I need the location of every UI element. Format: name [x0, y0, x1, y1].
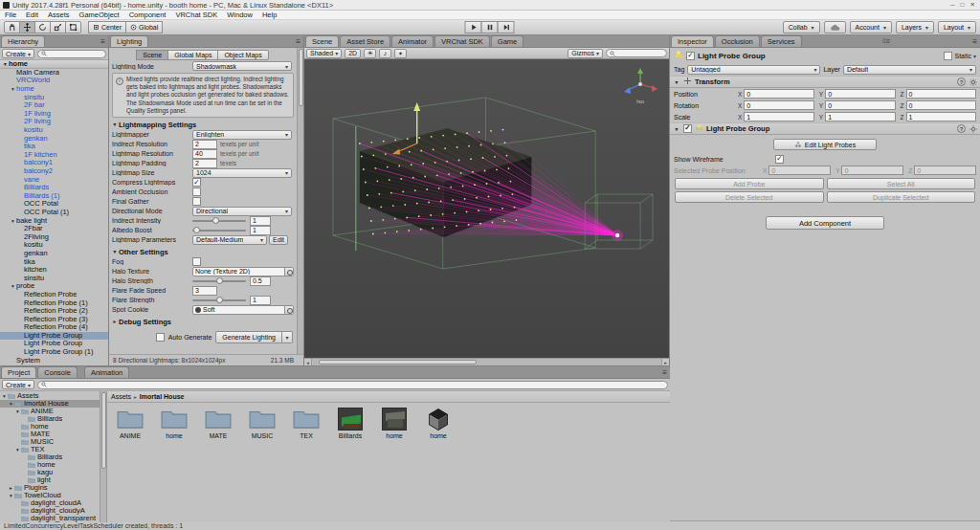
- scrollbar-thumb[interactable]: [319, 360, 476, 364]
- tab-animation[interactable]: Animation: [84, 366, 129, 378]
- component-enabled-checkbox[interactable]: [683, 124, 692, 133]
- breadcrumb-root[interactable]: Assets: [111, 393, 131, 400]
- hierarchy-item[interactable]: OCC Potal: [0, 200, 108, 209]
- hierarchy-item[interactable]: kositu: [0, 126, 108, 135]
- panel-menu-icon[interactable]: [972, 37, 979, 46]
- rect-tool-icon[interactable]: [65, 21, 81, 33]
- y-field[interactable]: 0: [825, 89, 895, 99]
- project-tree-item[interactable]: ▾ TEX: [0, 446, 106, 453]
- project-tree-item[interactable]: ▸ Plugins: [0, 484, 106, 492]
- hierarchy-item[interactable]: sinsitu: [0, 274, 108, 282]
- scene-audio-toggle-icon[interactable]: [379, 49, 391, 58]
- z-field[interactable]: 0: [906, 100, 976, 110]
- hierarchy-item[interactable]: Reflection Probe (1): [0, 298, 108, 307]
- lighting-scrollbar[interactable]: [297, 48, 303, 354]
- y-field[interactable]: 1: [825, 112, 895, 121]
- hierarchy-item[interactable]: tika: [0, 143, 108, 151]
- lightmap-size-dropdown[interactable]: 1024: [192, 168, 292, 178]
- scene-area-tab[interactable]: VRChat SDK: [434, 35, 490, 47]
- foldout-arrow-icon[interactable]: ▾: [10, 217, 16, 225]
- scene-area-tab[interactable]: Asset Store: [340, 35, 390, 47]
- hierarchy-item[interactable]: balcony1: [0, 159, 108, 167]
- project-tree-scrollbar[interactable]: [100, 391, 106, 522]
- halo-strength-value-field[interactable]: 0.5: [250, 276, 271, 286]
- object-picker-icon[interactable]: [284, 306, 293, 314]
- scene-viewport[interactable]: Iso: [304, 59, 669, 358]
- hierarchy-item[interactable]: kitchen: [0, 266, 108, 275]
- rotate-tool-icon[interactable]: [34, 21, 51, 33]
- asset-item-music[interactable]: MUSIC: [241, 407, 283, 439]
- hierarchy-item[interactable]: ▾ bake light: [0, 216, 108, 225]
- 2d-toggle[interactable]: 2D: [345, 49, 361, 58]
- create-dropdown[interactable]: Create: [2, 380, 34, 389]
- section-foldout[interactable]: Lightmapping Settings: [109, 120, 297, 130]
- create-dropdown[interactable]: Create: [2, 49, 34, 58]
- project-tree-item[interactable]: daylight_transparent: [0, 515, 106, 522]
- scene-area-tab[interactable]: Scene: [305, 35, 339, 47]
- hierarchy-item[interactable]: vane: [0, 175, 108, 184]
- pivot-rotation-button[interactable]: Global: [125, 21, 163, 33]
- hierarchy-item[interactable]: 2Fliving: [0, 232, 108, 241]
- collab-button[interactable]: Collab: [783, 21, 820, 33]
- foldout-arrow-icon[interactable]: ▾: [10, 85, 16, 93]
- scrollbar-thumb[interactable]: [101, 392, 106, 469]
- enabled-checkbox[interactable]: [686, 52, 695, 60]
- panel-menu-icon[interactable]: [662, 368, 669, 377]
- inspector-area-tab[interactable]: Occlusion: [715, 35, 760, 47]
- close-icon[interactable]: [970, 2, 975, 9]
- foldout-arrow-icon[interactable]: ▸: [8, 484, 14, 492]
- hierarchy-item[interactable]: ▾ probe: [0, 282, 108, 291]
- scene-scrollbar[interactable]: [304, 358, 669, 365]
- pivot-mode-button[interactable]: Center: [88, 21, 126, 33]
- hierarchy-search-input[interactable]: [37, 50, 106, 58]
- hierarchy-item[interactable]: 2F bar: [0, 101, 108, 110]
- project-tree-item[interactable]: home: [0, 423, 106, 431]
- halo-strength-slider[interactable]: [192, 280, 246, 282]
- menu-item[interactable]: VRChat SDK: [170, 11, 222, 19]
- hierarchy-item[interactable]: OCC Potal (1): [0, 209, 108, 217]
- cloud-icon[interactable]: [824, 21, 846, 33]
- menu-item[interactable]: File: [0, 11, 21, 19]
- scale-tool-icon[interactable]: [50, 21, 66, 33]
- indirect-intensity-value-field[interactable]: 1: [250, 216, 271, 226]
- hierarchy-item[interactable]: System: [0, 356, 108, 364]
- spot-cookie-object-field[interactable]: Soft: [192, 305, 294, 315]
- slider-thumb[interactable]: [216, 297, 223, 303]
- directional-mode-dropdown[interactable]: Directional: [192, 207, 292, 216]
- minimize-icon[interactable]: [950, 2, 955, 9]
- asset-item-mate[interactable]: MATE: [197, 407, 239, 439]
- asset-item-tex[interactable]: TEX: [285, 407, 327, 439]
- panel-menu-icon[interactable]: [100, 37, 107, 46]
- project-tree-item[interactable]: ▾ TowelCloud: [0, 492, 106, 499]
- hand-tool-icon[interactable]: [4, 21, 20, 33]
- hierarchy-item[interactable]: 1F living: [0, 110, 108, 119]
- lighting-subtab[interactable]: Object Maps: [217, 50, 268, 60]
- hierarchy-item[interactable]: genkan: [0, 134, 108, 143]
- hierarchy-item[interactable]: tika: [0, 257, 108, 266]
- hierarchy-item[interactable]: Reflection Probe: [0, 291, 108, 299]
- gear-icon[interactable]: [969, 77, 977, 86]
- hierarchy-item[interactable]: sinsitu: [0, 93, 108, 101]
- edit-button[interactable]: Edit: [269, 235, 288, 245]
- indirect-intensity-slider[interactable]: [192, 220, 246, 222]
- layer-dropdown[interactable]: Default: [843, 65, 976, 75]
- project-area-tab[interactable]: Project: [1, 366, 36, 378]
- hierarchy-item[interactable]: Reflection Probe (4): [0, 323, 108, 332]
- foldout-arrow-icon[interactable]: ▾: [8, 400, 14, 408]
- project-tree-item[interactable]: kagu: [0, 469, 106, 476]
- add-component-button[interactable]: Add Component: [766, 216, 884, 230]
- effects-dropdown-icon[interactable]: [394, 49, 407, 58]
- lightmap-resolution-field[interactable]: 40: [192, 149, 217, 159]
- menu-item[interactable]: Edit: [21, 11, 43, 19]
- lightmap-padding-field[interactable]: 2: [192, 159, 217, 168]
- hierarchy-item[interactable]: Billiards (1): [0, 192, 108, 201]
- generate-options-icon[interactable]: [282, 331, 293, 343]
- x-field[interactable]: 0: [744, 100, 813, 110]
- hierarchy-item[interactable]: Reflection Probe (3): [0, 315, 108, 323]
- hierarchy-item[interactable]: ▾ home: [0, 60, 108, 69]
- menu-item[interactable]: Component: [124, 11, 171, 19]
- hierarchy-item[interactable]: kositu: [0, 241, 108, 250]
- gizmos-dropdown[interactable]: Gizmos: [568, 49, 603, 58]
- edit-light-probes-button[interactable]: Edit Light Probes: [773, 139, 877, 150]
- gear-icon[interactable]: [969, 124, 977, 133]
